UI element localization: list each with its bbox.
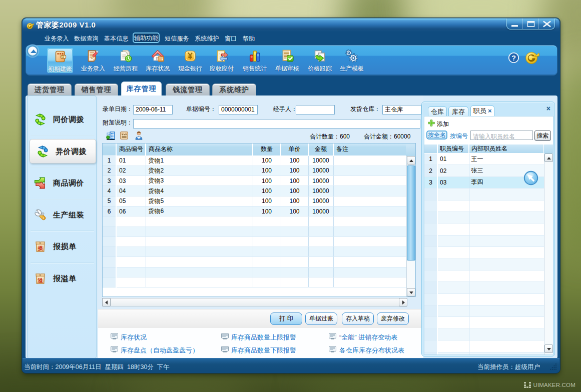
svg-text:?: ? — [511, 54, 516, 62]
svg-text:损: 损 — [37, 246, 43, 251]
svg-text:溢: 溢 — [37, 277, 43, 282]
